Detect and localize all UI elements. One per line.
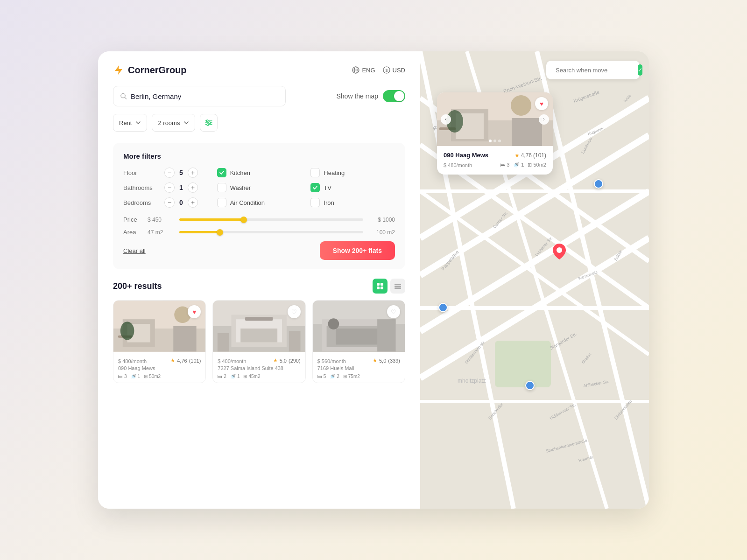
svg-rect-89 <box>512 118 542 146</box>
area-label: Area <box>123 229 143 236</box>
popup-meta: 🛏 3 🚿 1 ⊞ 50m2 <box>500 162 546 168</box>
area-slider-row: Area 47 m2 100 m2 <box>123 229 395 236</box>
map-panel: Rodenbergstraße Erich-Weinert-Str. Krüge… <box>420 51 649 509</box>
floor-decrement[interactable]: − <box>164 168 175 178</box>
bath-icon: 🚿 <box>230 374 236 379</box>
search-input[interactable] <box>131 92 279 100</box>
clear-all-button[interactable]: Clear all <box>123 247 146 254</box>
property-info: $ 480/month ★ 4,76 (101) 090 Haag Mews 🛏… <box>113 352 205 383</box>
property-meta: 🛏 3 🚿 1 ⊞ 50m2 <box>118 374 201 379</box>
results-count: 200+ results <box>113 281 162 291</box>
area-slider[interactable] <box>179 231 363 233</box>
bathrooms-increment[interactable]: + <box>188 182 198 193</box>
property-rating: ★ 5,0 (339) <box>373 357 400 364</box>
svg-text:Pappelallee: Pappelallee <box>440 249 460 271</box>
baths-meta: 🚿 2 <box>330 374 339 379</box>
svg-rect-34 <box>289 331 301 351</box>
heart-icon: ♡ <box>391 308 396 315</box>
svg-text:Diefstersweg: Diefstersweg <box>613 399 633 420</box>
currency-button[interactable]: $ USD <box>383 66 405 74</box>
price-max: $ 1000 <box>368 217 395 223</box>
bedrooms-filter: Bedrooms − 0 + <box>123 197 208 208</box>
area-max: 100 m2 <box>368 229 395 236</box>
beds-meta: 🛏 2 <box>218 374 226 379</box>
svg-rect-32 <box>241 329 278 343</box>
pin-circle-3 <box>525 381 535 390</box>
star-icon: ★ <box>373 357 377 364</box>
map-pin-4[interactable] <box>594 179 603 189</box>
price-fill <box>179 218 244 221</box>
svg-point-11 <box>209 122 211 124</box>
property-rating: ★ 4,76 (101) <box>170 357 201 364</box>
svg-point-12 <box>207 124 209 126</box>
heart-icon: ♥ <box>192 308 196 315</box>
rooms-select[interactable]: 2 rooms <box>152 114 195 132</box>
popup-heart-icon: ♥ <box>540 100 543 107</box>
heart-icon: ♡ <box>291 308 297 315</box>
popup-dot[interactable] <box>498 140 501 142</box>
bedrooms-value: 0 <box>177 199 185 206</box>
map-pin-2[interactable] <box>438 303 448 312</box>
more-filters-title: More filters <box>123 152 395 160</box>
chevron-down-icon-2 <box>183 120 189 126</box>
search-box <box>113 86 286 106</box>
popup-dot[interactable] <box>489 140 492 142</box>
air-condition-checkbox[interactable] <box>217 198 226 207</box>
popup-dot[interactable] <box>493 140 496 142</box>
kitchen-checkbox[interactable] <box>217 168 226 177</box>
heating-filter: Heating <box>310 168 395 178</box>
language-button[interactable]: ENG <box>352 66 375 74</box>
map-pin-3[interactable] <box>525 381 535 390</box>
price-slider[interactable] <box>179 218 363 221</box>
more-filters-button[interactable] <box>200 114 218 132</box>
filter-grid: Floor − 5 + Kitchen <box>123 168 395 208</box>
property-name: 7169 Huels Mall <box>317 365 400 371</box>
svg-point-83 <box>557 247 562 253</box>
svg-rect-13 <box>377 283 380 286</box>
popup-next-button[interactable]: › <box>539 114 549 125</box>
floor-filter: Floor − 5 + <box>123 168 208 178</box>
svg-rect-19 <box>395 287 401 289</box>
area-thumb[interactable] <box>217 229 223 236</box>
search-icon <box>120 92 127 100</box>
bedrooms-decrement[interactable]: − <box>164 197 175 208</box>
bathrooms-decrement[interactable]: − <box>164 182 175 193</box>
popup-prev-button[interactable]: ‹ <box>441 114 451 125</box>
map-search-confirm[interactable]: ✓ <box>638 64 642 76</box>
check-icon <box>219 170 225 175</box>
grid-view-button[interactable] <box>373 279 388 294</box>
air-condition-label: Air Condition <box>230 199 265 206</box>
price-thumb[interactable] <box>240 217 247 223</box>
popup-favorite-button[interactable]: ♥ <box>535 97 548 110</box>
svg-point-42 <box>328 318 339 329</box>
area-meta: ⊞ 45m2 <box>243 374 260 379</box>
svg-text:Stubbenkammerstraße: Stubbenkammerstraße <box>545 438 588 454</box>
globe-icon <box>352 66 359 74</box>
rent-select[interactable]: Rent <box>113 114 147 132</box>
heating-checkbox[interactable] <box>310 168 320 177</box>
svg-point-27 <box>120 322 134 340</box>
favorite-button[interactable]: ♡ <box>288 305 301 318</box>
app-name: CornerGroup <box>128 65 187 76</box>
more-filters-panel: More filters Floor − 5 + <box>113 143 405 269</box>
price-label: Price <box>123 216 143 223</box>
map-search-input[interactable] <box>556 67 634 74</box>
property-info: $ 400/month ★ 5,0 (290) 7227 Salma Islan… <box>213 352 305 383</box>
map-pin-selected[interactable] <box>553 244 566 259</box>
popup-name-row: 090 Haag Mews ★ 4,76 (101) <box>444 152 546 159</box>
view-toggle <box>373 279 405 294</box>
property-image: ♥ <box>113 301 205 352</box>
filter-row: Rent 2 rooms <box>113 114 405 132</box>
list-view-button[interactable] <box>390 279 405 294</box>
sliders-icon <box>204 119 213 127</box>
favorite-button[interactable]: ♡ <box>387 305 400 318</box>
washer-checkbox[interactable] <box>217 183 226 192</box>
show-flats-button[interactable]: Show 200+ flats <box>320 241 395 260</box>
tv-checkbox[interactable] <box>310 183 320 192</box>
floor-increment[interactable]: + <box>188 168 198 178</box>
iron-checkbox[interactable] <box>310 198 320 207</box>
svg-text:Dunkerstr.: Dunkerstr. <box>580 135 594 154</box>
property-rating: ★ 5,0 (290) <box>273 357 301 364</box>
bedrooms-increment[interactable]: + <box>188 197 198 208</box>
map-toggle-switch[interactable] <box>383 90 405 102</box>
